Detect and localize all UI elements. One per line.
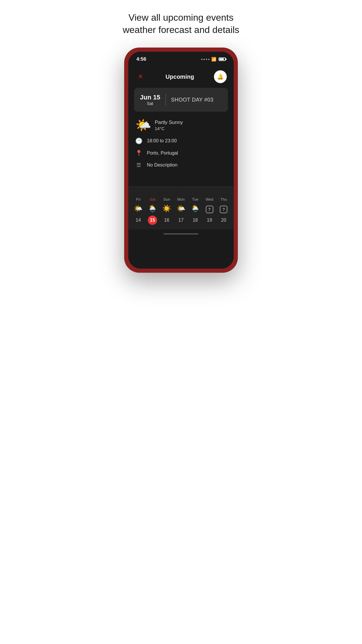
cal-num-wrap-20[interactable]: 20 bbox=[217, 216, 230, 225]
notch bbox=[162, 52, 200, 60]
description-row: ☰ No Description bbox=[135, 162, 227, 168]
clock-icon: 🕐 bbox=[135, 137, 142, 144]
status-icons: 📶 bbox=[201, 57, 226, 62]
app-header: ✕ Upcoming 🔔 bbox=[128, 64, 234, 88]
close-icon: ✕ bbox=[138, 73, 143, 80]
home-bar bbox=[164, 233, 198, 235]
bell-icon: 🔔 bbox=[217, 74, 224, 80]
location-value: Porto, Portugal bbox=[147, 150, 178, 156]
battery-icon bbox=[219, 57, 226, 61]
cal-num-wrap-19[interactable]: 19 bbox=[203, 216, 216, 225]
event-card[interactable]: Jun 15 Sat SHOOT DAY #03 bbox=[134, 88, 228, 112]
description-icon: ☰ bbox=[135, 162, 142, 168]
phone-screen: 4:56 📶 ✕ Upcoming bbox=[128, 52, 234, 269]
weather-description: Partly Sunny bbox=[155, 120, 183, 125]
status-time: 4:56 bbox=[136, 56, 146, 62]
close-button[interactable]: ✕ bbox=[135, 71, 146, 82]
cal-weather-sat: 🌦️ bbox=[146, 204, 159, 213]
weather-icon: 🌤️ bbox=[135, 119, 151, 132]
day-label-sun[interactable]: Sun bbox=[160, 197, 173, 202]
home-indicator-area bbox=[128, 230, 234, 238]
day-label-wed[interactable]: Wed bbox=[203, 197, 216, 202]
weather-row: 🌤️ Partly Sunny 14°C bbox=[135, 119, 227, 132]
day-label-thu[interactable]: Thu bbox=[217, 197, 230, 202]
event-details: 🌤️ Partly Sunny 14°C 🕐 18:00 to 23:00 📍 … bbox=[128, 112, 234, 181]
promo-text: View all upcoming events weather forecas… bbox=[123, 12, 239, 36]
description-value: No Description bbox=[147, 162, 178, 168]
cal-num-16: 16 bbox=[160, 218, 173, 223]
weather-info: Partly Sunny 14°C bbox=[155, 120, 183, 131]
event-name: SHOOT DAY #03 bbox=[171, 97, 214, 103]
day-label-tue[interactable]: Tue bbox=[189, 197, 202, 202]
time-row: 🕐 18:00 to 23:00 bbox=[135, 137, 227, 144]
event-date-number: Jun 15 bbox=[140, 94, 160, 101]
cal-num-wrap-18[interactable]: 18 bbox=[189, 216, 202, 225]
time-value: 18:00 to 23:00 bbox=[147, 138, 177, 144]
cal-num-wrap-16[interactable]: 16 bbox=[160, 216, 173, 225]
day-label-sat[interactable]: Sat bbox=[146, 197, 159, 202]
cal-weather-fri: 🌤️ bbox=[132, 204, 145, 213]
cal-num-wrap-17[interactable]: 17 bbox=[175, 216, 187, 225]
promo-line2: weather forecast and details bbox=[123, 24, 239, 35]
event-divider bbox=[166, 94, 166, 106]
signal-icon bbox=[201, 59, 210, 60]
wifi-icon: 📶 bbox=[211, 57, 216, 62]
calendar-day-numbers: 14 15 16 17 18 19 bbox=[128, 216, 234, 227]
cal-weather-thu: ? bbox=[217, 204, 230, 213]
cal-num-19: 19 bbox=[203, 218, 216, 223]
promo-line1: View all upcoming events bbox=[129, 12, 234, 23]
day-label-mon[interactable]: Mon bbox=[175, 197, 187, 202]
calendar-weather-icons: 🌤️ 🌦️ ☀️ 🌤️ 🌦️ ? ? bbox=[128, 204, 234, 213]
cal-weather-tue: 🌦️ bbox=[189, 204, 202, 213]
cal-num-wrap-14[interactable]: 14 bbox=[132, 216, 145, 225]
location-row: 📍 Porto, Portugal bbox=[135, 150, 227, 157]
location-icon: 📍 bbox=[135, 150, 142, 157]
event-date-day: Sat bbox=[140, 101, 160, 106]
cal-num-14: 14 bbox=[132, 218, 145, 223]
cal-weather-mon: 🌤️ bbox=[175, 204, 187, 213]
day-label-fri[interactable]: Fri bbox=[132, 197, 145, 202]
cal-num-17: 17 bbox=[175, 218, 187, 223]
cal-num-18: 18 bbox=[189, 218, 202, 223]
event-date: Jun 15 Sat bbox=[140, 94, 160, 106]
calendar-pointer bbox=[128, 191, 234, 195]
bell-button[interactable]: 🔔 bbox=[214, 70, 227, 83]
phone-frame: 4:56 📶 ✕ Upcoming bbox=[124, 48, 238, 273]
cal-weather-wed: ? bbox=[203, 204, 216, 213]
page-title: Upcoming bbox=[166, 74, 194, 80]
calendar-strip: Fri Sat Sun Mon Tue Wed Thu 🌤️ 🌦️ ☀️ 🌤️ … bbox=[128, 186, 234, 230]
cal-num-20: 20 bbox=[217, 218, 230, 223]
app-content: ✕ Upcoming 🔔 Jun 15 Sat SHOOT DAY #03 bbox=[128, 64, 234, 269]
cal-weather-sun: ☀️ bbox=[160, 204, 173, 213]
weather-temperature: 14°C bbox=[155, 126, 183, 131]
cal-num-15-active: 15 bbox=[148, 216, 157, 225]
calendar-day-labels: Fri Sat Sun Mon Tue Wed Thu bbox=[128, 197, 234, 202]
cal-num-wrap-15[interactable]: 15 bbox=[146, 216, 159, 225]
